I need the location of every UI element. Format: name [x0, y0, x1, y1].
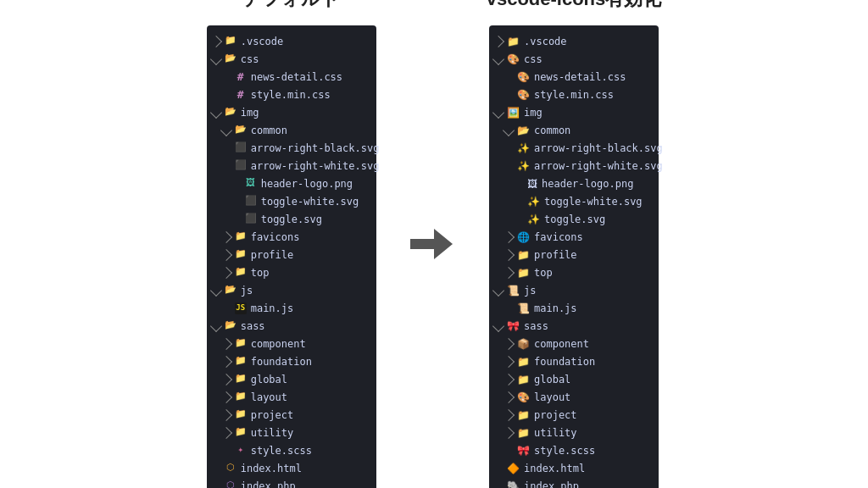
- list-item[interactable]: 🖼header-logo.png: [207, 175, 376, 192]
- chevron-right-icon: [220, 426, 232, 438]
- list-item[interactable]: 🌐favicons: [489, 228, 659, 246]
- list-item[interactable]: 🔶index.html: [489, 459, 659, 477]
- list-item[interactable]: 📁.vscode: [489, 32, 659, 50]
- list-item[interactable]: 📁top: [489, 263, 659, 281]
- list-item[interactable]: 🎨css: [489, 50, 659, 68]
- chevron-down-icon: [220, 124, 232, 136]
- list-item[interactable]: 📁utility: [207, 424, 376, 441]
- list-item[interactable]: 📂sass: [207, 317, 376, 335]
- list-item[interactable]: 🎨layout: [489, 388, 659, 406]
- list-item[interactable]: ⬛arrow-right-white.svg: [207, 157, 376, 175]
- file-label: .vscode: [524, 34, 567, 49]
- list-item[interactable]: ✨toggle.svg: [489, 210, 659, 228]
- list-item[interactable]: 🎀style.scss: [489, 441, 659, 459]
- file-icon: 🎀: [517, 443, 530, 458]
- folder-open-icon: 📂: [225, 320, 236, 332]
- file-label: img: [241, 105, 259, 120]
- list-item[interactable]: 🎨style.min.css: [489, 86, 659, 103]
- list-item[interactable]: 🐘index.php: [489, 477, 659, 488]
- file-label: index.html: [241, 461, 302, 476]
- file-icon: ✨: [517, 141, 530, 156]
- folder-icon: 📁: [235, 338, 247, 350]
- list-item[interactable]: #news-detail.css: [207, 68, 376, 86]
- list-item[interactable]: ✨arrow-right-white.svg: [489, 157, 659, 175]
- file-label: project: [251, 408, 294, 423]
- chevron-right-icon: [220, 230, 232, 242]
- file-label: js: [241, 283, 253, 298]
- list-item[interactable]: ⬡index.html: [207, 459, 376, 477]
- chevron-down-icon: [503, 124, 515, 136]
- list-item[interactable]: 📁component: [207, 335, 376, 352]
- list-item[interactable]: 📁profile: [489, 246, 659, 263]
- folder-icon: 📁: [235, 249, 247, 261]
- file-label: index.php: [524, 479, 579, 489]
- folder-icon: 📁: [235, 267, 247, 279]
- file-icon: ✨: [527, 194, 540, 209]
- chevron-down-icon: [210, 319, 222, 331]
- list-item[interactable]: ⬛toggle.svg: [207, 210, 376, 228]
- file-label: .vscode: [241, 34, 284, 49]
- file-label: arrow-right-black.svg: [534, 141, 663, 156]
- list-item[interactable]: 📁top: [207, 263, 376, 281]
- list-item[interactable]: ⬛arrow-right-black.svg: [207, 139, 376, 157]
- list-item[interactable]: 📁favicons: [207, 228, 376, 246]
- list-item[interactable]: 📁project: [489, 406, 659, 424]
- folder-icon: 📁: [235, 356, 247, 368]
- list-item[interactable]: 📁project: [207, 406, 376, 424]
- file-label: utility: [534, 425, 577, 441]
- list-item[interactable]: ⬡index.php: [207, 477, 376, 488]
- list-item[interactable]: 📂js: [207, 281, 376, 299]
- file-icon: ✨: [517, 158, 530, 174]
- list-item[interactable]: 📁foundation: [489, 352, 659, 370]
- file-label: favicons: [251, 230, 300, 245]
- folder-open-icon: 🎨: [507, 52, 520, 67]
- list-item[interactable]: ✨arrow-right-black.svg: [489, 139, 659, 157]
- right-file-tree: 📁.vscode🎨css🎨news-detail.css🎨style.min.c…: [489, 25, 659, 488]
- list-item[interactable]: 📁foundation: [207, 352, 376, 370]
- list-item[interactable]: 🖼header-logo.png: [489, 175, 659, 192]
- list-item[interactable]: 📁global: [489, 370, 659, 388]
- list-item[interactable]: 🖼️img: [489, 103, 659, 121]
- file-label: component: [251, 336, 306, 352]
- folder-icon: 📁: [517, 425, 530, 441]
- list-item[interactable]: 📂css: [207, 50, 376, 68]
- chevron-down-icon: [492, 319, 504, 331]
- list-item[interactable]: ⬛toggle-white.svg: [207, 192, 376, 210]
- list-item[interactable]: 📂common: [489, 121, 659, 139]
- file-label: news-detail.css: [251, 69, 342, 85]
- folder-icon: 📁: [507, 34, 520, 49]
- list-item[interactable]: #style.min.css: [207, 86, 376, 103]
- list-item[interactable]: 📜main.js: [489, 299, 659, 317]
- list-item[interactable]: 📁utility: [489, 424, 659, 441]
- list-item[interactable]: 🎀sass: [489, 317, 659, 335]
- list-item[interactable]: 📦component: [489, 335, 659, 352]
- chevron-right-icon: [220, 266, 232, 278]
- folder-icon: 📁: [235, 374, 247, 385]
- list-item[interactable]: 📂img: [207, 103, 376, 121]
- folder-icon: 📁: [235, 231, 247, 243]
- chevron-down-icon: [492, 53, 504, 64]
- file-icon: 🎨: [517, 87, 530, 103]
- chevron-right-icon: [210, 35, 222, 47]
- list-item[interactable]: 📁.vscode: [207, 32, 376, 50]
- list-item[interactable]: 📜js: [489, 281, 659, 299]
- file-label: top: [251, 265, 270, 280]
- list-item[interactable]: 📂common: [207, 121, 376, 139]
- list-item[interactable]: ✦style.scss: [207, 441, 376, 459]
- chevron-right-icon: [503, 391, 515, 402]
- svg-file-icon: ⬛: [235, 160, 247, 172]
- chevron-right-icon: [503, 373, 515, 385]
- file-label: sass: [524, 319, 548, 334]
- list-item[interactable]: 📁layout: [207, 388, 376, 406]
- list-item[interactable]: 📁global: [207, 370, 376, 388]
- list-item[interactable]: ✨toggle-white.svg: [489, 192, 659, 210]
- file-label: main.js: [534, 301, 577, 316]
- folder-icon: 📁: [235, 409, 247, 421]
- file-icon: 📜: [517, 301, 530, 316]
- list-item[interactable]: 🎨news-detail.css: [489, 68, 659, 86]
- css-file-icon: #: [235, 89, 247, 101]
- list-item[interactable]: 📁profile: [207, 246, 376, 263]
- list-item[interactable]: JSmain.js: [207, 299, 376, 317]
- file-label: component: [534, 336, 589, 352]
- file-label: toggle.svg: [261, 212, 322, 227]
